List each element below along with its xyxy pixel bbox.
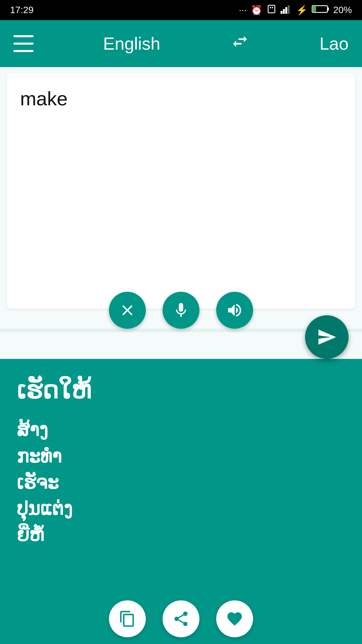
svg-rect-6 [288,5,290,13]
svg-rect-0 [268,5,275,13]
output-alternatives: ສ້າງ ກະທຳ ເຮັຈະ ປຸນແຕ່ງ ຍີ່ຫໍ້ [17,418,345,546]
copy-button[interactable] [109,600,146,637]
battery-percent: 20% [333,5,352,15]
status-bar: 17:29 ··· ⏰ ⚡ 20% [0,0,362,20]
output-alt-3: ເຮັຈະ [17,471,345,494]
swap-languages-button[interactable] [230,32,250,55]
translate-button[interactable] [305,315,349,359]
sim-icon [266,4,277,16]
translate-btn-wrap [0,315,362,359]
output-section: ເຮັດໃຫ້ ສ້າງ ກະທຳ ເຮັຈະ ປຸນແຕ່ງ ຍີ່ຫໍ້ [0,359,362,644]
target-language[interactable]: Lao [319,34,349,54]
favorite-button[interactable] [216,600,253,637]
status-icons: ··· ⏰ ⚡ 20% [239,4,352,16]
nav-bar: English Lao [0,20,362,67]
svg-rect-8 [327,7,329,11]
share-button[interactable] [163,600,199,637]
output-content: ເຮັດໃຫ້ ສ້າງ ກະທຳ ເຮັຈະ ປຸນແຕ່ງ ຍີ່ຫໍ້ [17,376,345,546]
dots-icon: ··· [239,5,247,15]
svg-rect-2 [272,7,273,8]
alarm-icon: ⏰ [251,5,262,16]
input-section: make [0,67,362,315]
input-text[interactable]: make [20,88,68,109]
signal-icon [281,4,292,16]
output-alt-1: ສ້າງ [17,418,345,441]
output-actions [17,600,345,644]
battery-icon [312,4,329,16]
charging-icon: ⚡ [296,5,308,16]
svg-rect-9 [313,6,316,12]
svg-rect-4 [283,9,285,14]
source-language[interactable]: English [103,34,161,54]
output-primary-translation: ເຮັດໃຫ້ [17,376,345,405]
output-alt-4: ປຸນແຕ່ງ [17,497,345,520]
svg-rect-5 [285,7,287,14]
menu-button[interactable] [13,35,34,52]
svg-rect-1 [270,7,271,8]
output-alt-2: ກະທຳ [17,444,345,468]
output-alt-5: ຍີ່ຫໍ້ [17,523,345,546]
svg-rect-3 [281,11,283,14]
status-time: 17:29 [10,5,34,15]
input-box[interactable]: make [7,74,355,309]
